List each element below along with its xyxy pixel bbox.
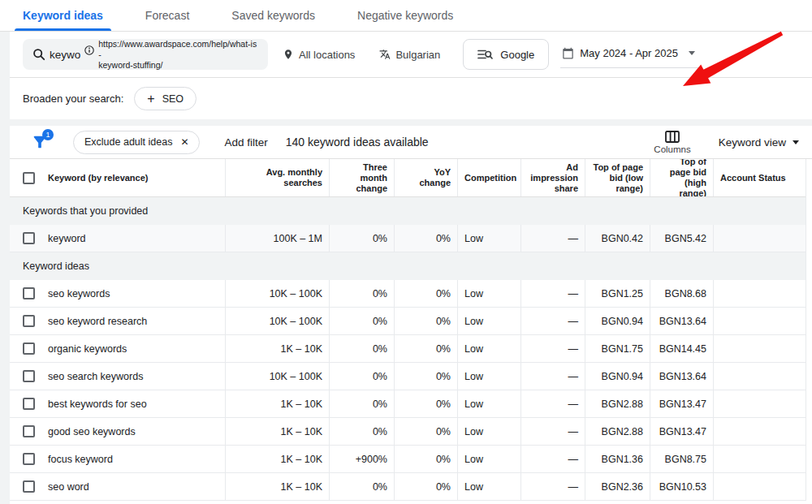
- columns-button[interactable]: Columns: [654, 131, 690, 154]
- search-keyword-text: keywo: [50, 49, 80, 61]
- column-header[interactable]: Keyword (by relevance): [10, 159, 225, 196]
- close-icon[interactable]: ✕: [180, 136, 188, 148]
- filter-button[interactable]: 1: [31, 133, 49, 151]
- section-header: Keyword ideas: [10, 252, 806, 280]
- bid-low-cell: BGN2.88: [585, 418, 650, 445]
- keyword-cell: organic keywords: [10, 335, 225, 362]
- ad-impression-cell: —: [520, 308, 585, 334]
- broaden-suggestion-seo[interactable]: + SEO: [134, 87, 197, 110]
- tab-forecast[interactable]: Forecast: [145, 0, 189, 31]
- row-checkbox[interactable]: [23, 480, 35, 493]
- keyword-view-selector[interactable]: Keyword view: [719, 136, 799, 149]
- keyword-label: organic keywords: [48, 343, 127, 355]
- bid-high-cell: BGN10.53: [650, 473, 713, 500]
- broaden-search-label: Broaden your search:: [23, 93, 123, 105]
- column-header[interactable]: Three month change: [329, 159, 394, 196]
- competition-cell: Low: [457, 308, 520, 334]
- table-row: seo word1K – 10K0%0%Low—BGN2.36BGN10.53: [10, 473, 806, 501]
- column-header[interactable]: Ad impression share: [520, 159, 585, 196]
- filter-bar: 1 Exclude adult ideas ✕ Add filter 140 k…: [10, 126, 812, 159]
- keyword-search-input[interactable]: keywo https://www.awardspace.com/help/wh…: [23, 39, 268, 70]
- keyword-label: seo search keywords: [48, 371, 143, 382]
- location-label: All locations: [299, 49, 355, 61]
- select-all-checkbox[interactable]: [23, 172, 35, 184]
- keyword-label: seo keyword research: [48, 316, 147, 327]
- row-checkbox[interactable]: [23, 370, 35, 382]
- ad-impression-cell: —: [520, 225, 585, 252]
- column-header[interactable]: Avg. monthly searches: [225, 159, 329, 196]
- yoy-cell: 0%: [394, 418, 457, 445]
- column-header[interactable]: Account Status: [713, 159, 806, 196]
- bid-high-cell: BGN13.47: [650, 418, 713, 445]
- row-checkbox[interactable]: [23, 287, 35, 299]
- keyword-cell: best keywords for seo: [10, 390, 225, 417]
- three-month-cell: 0%: [329, 418, 394, 445]
- chevron-down-icon: [793, 140, 799, 144]
- competition-cell: Low: [457, 225, 520, 252]
- bid-high-cell: BGN13.47: [650, 390, 713, 417]
- bid-high-cell: BGN8.75: [650, 446, 713, 472]
- search-network-icon: [477, 49, 493, 61]
- tab-keyword-ideas[interactable]: Keyword ideas: [23, 0, 103, 31]
- info-icon: [84, 45, 94, 55]
- three-month-cell: 0%: [329, 225, 394, 252]
- table-row: seo search keywords10K – 100K0%0%Low—BGN…: [10, 363, 806, 390]
- row-checkbox[interactable]: [23, 425, 35, 437]
- filter-chip-exclude-adult[interactable]: Exclude adult ideas ✕: [73, 131, 200, 154]
- keyword-label: keyword: [48, 233, 86, 244]
- ad-impression-cell: —: [520, 446, 585, 472]
- search-url-text: https://www.awardspace.com/help/what-is-…: [98, 39, 258, 71]
- section-header: Keywords that you provided: [10, 197, 806, 225]
- row-checkbox[interactable]: [23, 315, 35, 327]
- chevron-down-icon: [689, 51, 695, 55]
- row-checkbox[interactable]: [23, 453, 35, 465]
- keyword-cell: seo word: [10, 473, 225, 500]
- account-status-cell: [713, 446, 806, 472]
- account-status-cell: [713, 308, 806, 334]
- row-checkbox[interactable]: [23, 342, 35, 355]
- network-selector[interactable]: Google: [463, 39, 549, 70]
- keyword-cell: seo search keywords: [10, 363, 225, 390]
- yoy-cell: 0%: [394, 390, 457, 417]
- avg-cell: 1K – 10K: [225, 473, 329, 500]
- bid-low-cell: BGN2.88: [585, 390, 650, 417]
- bid-low-cell: BGN1.36: [585, 446, 650, 472]
- search-settings-bar: keywo https://www.awardspace.com/help/wh…: [10, 32, 812, 78]
- ideas-available-count: 140 keyword ideas available: [286, 136, 429, 149]
- language-selector[interactable]: Bulgarian: [379, 49, 440, 61]
- competition-cell: Low: [457, 280, 520, 307]
- column-header[interactable]: Competition: [457, 159, 520, 196]
- account-status-cell: [713, 335, 806, 362]
- keyword-cell: focus keyword: [10, 446, 225, 472]
- row-checkbox[interactable]: [23, 232, 35, 244]
- date-range-selector[interactable]: May 2024 - Apr 2025: [560, 41, 698, 68]
- language-label: Bulgarian: [395, 49, 440, 61]
- broaden-suggestion-label: SEO: [162, 93, 184, 105]
- page-gutter: [0, 32, 10, 504]
- calendar-icon: [562, 47, 574, 59]
- yoy-cell: 0%: [394, 446, 457, 472]
- avg-cell: 10K – 100K: [225, 280, 329, 307]
- row-checkbox[interactable]: [23, 398, 35, 410]
- tab-saved-keywords[interactable]: Saved keywords: [231, 0, 315, 31]
- column-header[interactable]: Top of page bid (low range): [585, 159, 650, 196]
- location-selector[interactable]: All locations: [283, 49, 355, 61]
- column-header[interactable]: YoY change: [394, 159, 457, 196]
- add-filter-button[interactable]: Add filter: [224, 136, 267, 149]
- date-range-label: May 2024 - Apr 2025: [580, 47, 678, 59]
- column-header[interactable]: Top of page bid (high range): [650, 159, 713, 196]
- column-header-label: Three month change: [336, 162, 387, 194]
- competition-cell: Low: [457, 473, 520, 500]
- yoy-cell: 0%: [394, 335, 457, 362]
- yoy-cell: 0%: [394, 473, 457, 500]
- keyword-view-label: Keyword view: [719, 136, 786, 149]
- table-header-row: Keyword (by relevance)Avg. monthly searc…: [10, 159, 806, 197]
- three-month-cell: 0%: [329, 473, 394, 500]
- three-month-cell: 0%: [329, 308, 394, 334]
- tab-negative-keywords[interactable]: Negative keywords: [357, 0, 453, 31]
- keyword-cell: seo keyword research: [10, 308, 225, 334]
- account-status-cell: [713, 473, 806, 500]
- keyword-table: Keyword (by relevance)Avg. monthly searc…: [10, 159, 806, 501]
- translate-icon: [379, 49, 391, 60]
- yoy-cell: 0%: [394, 225, 457, 252]
